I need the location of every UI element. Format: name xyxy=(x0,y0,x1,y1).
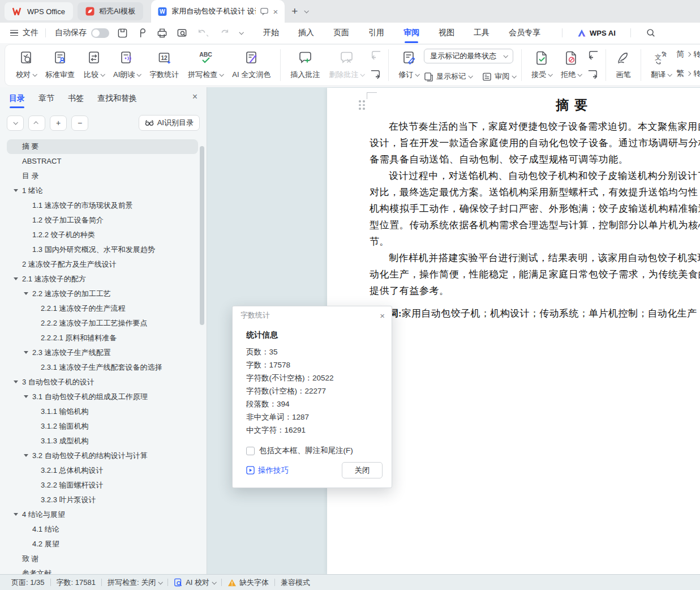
abstract-line[interactable]: 节。 xyxy=(370,233,700,250)
toc-item[interactable]: 致 谢 xyxy=(7,551,198,566)
zoom-out-toc-button[interactable]: − xyxy=(71,116,88,131)
collapse-arrow-icon[interactable] xyxy=(14,380,18,383)
next-revision-icon[interactable] xyxy=(587,69,599,79)
collapse-arrow-icon[interactable] xyxy=(24,395,28,398)
dialog-close-button[interactable]: 关闭 xyxy=(342,462,383,478)
undo-icon[interactable] xyxy=(196,28,209,38)
toc-item[interactable]: 2.2.1 速冻饺子的生产流程 xyxy=(7,301,198,316)
include-textboxes-checkbox[interactable] xyxy=(246,447,255,455)
redo-icon[interactable] xyxy=(218,28,230,38)
abstract-line[interactable]: 动化生产，操作简便，性能稳定，能满足家庭日常包饺子需求，为传统美食的自动化 xyxy=(370,266,700,283)
review-pane-button[interactable]: 审阅 xyxy=(482,71,516,82)
toc-item[interactable]: 4 结论与展望 xyxy=(7,507,198,522)
translate-button[interactable]: 文A 翻译 xyxy=(647,48,675,83)
missing-font-warning[interactable]: 缺失字体 xyxy=(222,578,274,588)
toc-item[interactable]: 2.3.1 速冻饺子生产线配套设备的选择 xyxy=(7,360,198,375)
dialog-close-icon[interactable]: × xyxy=(380,311,385,320)
abstract-line[interactable]: 备需具备自动送馅、自动包制、饺子成型规格可调等功能。 xyxy=(370,151,700,168)
comment-bubble-icon[interactable] xyxy=(260,7,268,15)
simplified-to-traditional-button[interactable]: 简 转繁 xyxy=(676,49,700,59)
traditional-to-simplified-button[interactable]: 繁 转简 xyxy=(676,69,700,79)
toc-item[interactable]: 3.2.1 总体机构设计 xyxy=(7,463,198,478)
toc-item[interactable]: 3.1 自动包饺子机的组成及工作原理 xyxy=(7,390,198,404)
toc-item[interactable]: 1.2 饺子加工设备简介 xyxy=(7,213,198,228)
menu-page[interactable]: 页面 xyxy=(333,28,349,38)
previous-comment-icon[interactable] xyxy=(370,50,381,60)
spell-check-status[interactable]: 拼写检查: 关闭 xyxy=(102,578,168,588)
sidebar-tab-bookmarks[interactable]: 书签 xyxy=(68,93,84,104)
sidebar-tab-chapters[interactable]: 章节 xyxy=(38,93,54,104)
show-markup-button[interactable]: 显示标记 xyxy=(424,71,472,82)
markup-state-dropdown[interactable]: 显示标记的最终状态 xyxy=(424,49,513,63)
zoom-in-toc-button[interactable]: + xyxy=(50,116,67,131)
next-comment-icon[interactable] xyxy=(370,69,381,79)
menu-member[interactable]: 会员专享 xyxy=(509,28,540,38)
tips-link[interactable]: 操作技巧 xyxy=(246,465,289,476)
insert-comment-button[interactable]: 插入批注 xyxy=(286,48,324,83)
new-tab-icon[interactable]: + xyxy=(291,5,298,18)
menu-reference[interactable]: 引用 xyxy=(368,28,384,38)
ai-polish-button[interactable]: AI 全文润色 xyxy=(228,48,274,83)
abstract-line[interactable]: 设计过程中，对送馅机构、自动包饺子机构和饺子皮输送机构分别设计了多种方案 xyxy=(370,168,700,184)
toc-item[interactable]: 1 绪论 xyxy=(7,183,198,198)
menu-view[interactable]: 视图 xyxy=(439,28,454,38)
print-preview-icon[interactable] xyxy=(177,28,187,39)
ink-brush-button[interactable]: 画笔 xyxy=(612,48,635,83)
compare-button[interactable]: 比较 xyxy=(80,48,108,83)
collapse-arrow-icon[interactable] xyxy=(24,292,28,295)
collapse-arrow-icon[interactable] xyxy=(14,189,18,192)
paragraph-drag-handle-icon[interactable] xyxy=(359,100,367,110)
abstract-line[interactable]: 设计，旨在开发一款适合家庭使用的自动化包饺子设备。通过市场调研与分析，明确设 xyxy=(370,135,700,151)
menu-start[interactable]: 开始 xyxy=(263,28,279,38)
keywords-line[interactable]: 关键词:家用自动包饺子机；机构设计；传动系统；单片机控制；自动化生产 xyxy=(370,307,700,320)
save-icon[interactable] xyxy=(117,28,128,39)
collapse-arrow-icon[interactable] xyxy=(14,513,18,516)
standard-review-button[interactable]: 标准审查 xyxy=(41,48,79,83)
menu-insert[interactable]: 插入 xyxy=(298,28,314,38)
accept-button[interactable]: 接受 xyxy=(527,48,556,83)
collapse-arrow-icon[interactable] xyxy=(24,454,28,457)
toc-item[interactable]: 3.1.1 输馅机构 xyxy=(7,404,198,419)
autosave-toggle[interactable] xyxy=(91,28,109,38)
abstract-line[interactable]: 机构模拟手工动作，确保饺子封口严密、外形饱满；饺子皮输送机构精准输送饺子皮到成 xyxy=(370,200,700,217)
quickbar-more-chevron-icon[interactable] xyxy=(239,30,243,35)
print-icon[interactable] xyxy=(157,28,168,39)
abstract-line[interactable]: 制作样机并搭建实验平台进行测试，结果表明，该家用自动包饺子机实现了全自 xyxy=(370,250,700,266)
expand-all-button[interactable] xyxy=(7,116,24,131)
toc-item[interactable]: 3.2.2 输面螺杆设计 xyxy=(7,478,198,493)
toc-item[interactable]: 4.1 结论 xyxy=(7,522,198,537)
abstract-line[interactable]: 提供了有益参考。 xyxy=(370,283,700,299)
sidebar-tab-find-replace[interactable]: 查找和替换 xyxy=(97,93,137,104)
toc-item[interactable]: 2.1 速冻饺子的配方 xyxy=(7,272,198,287)
toc-item[interactable]: 3.2 自动包饺子机的结构设计与计算 xyxy=(7,448,198,463)
previous-revision-icon[interactable] xyxy=(587,50,599,60)
toc-item[interactable]: 2.3 速冻饺子生产线配置 xyxy=(7,345,198,360)
toc-item[interactable]: 1.1 速冻饺子的市场现状及前景 xyxy=(7,198,198,213)
wps-home-tab[interactable]: WPS Office xyxy=(5,2,73,20)
toc-item[interactable]: 3 自动包饺子机的设计 xyxy=(7,375,198,390)
toc-item[interactable]: 摘 要 xyxy=(7,139,198,154)
close-document-icon[interactable]: × xyxy=(273,7,278,16)
toc-item[interactable]: 4.2 展望 xyxy=(7,537,198,551)
toc-item[interactable]: 2.2 速冻饺子的加工工艺 xyxy=(7,287,198,301)
main-menu-icon[interactable] xyxy=(10,28,18,38)
sidebar-close-icon[interactable]: × xyxy=(192,92,197,102)
collapse-arrow-icon[interactable] xyxy=(24,351,28,354)
reject-button[interactable]: 拒绝 xyxy=(557,48,585,83)
menu-tools[interactable]: 工具 xyxy=(474,28,489,38)
ai-proofread-status[interactable]: AI 校对 xyxy=(168,578,221,588)
toc-item[interactable]: 3.1.2 输面机构 xyxy=(7,419,198,434)
abstract-heading[interactable]: 摘 要 xyxy=(370,95,700,118)
ai-recognize-toc-button[interactable]: AI识别目录 xyxy=(139,115,200,131)
delete-comment-button[interactable]: 删除批注 xyxy=(325,48,368,83)
export-icon[interactable] xyxy=(137,28,148,39)
toc-item[interactable]: 目 录 xyxy=(7,169,198,183)
sidebar-scrollbar-thumb[interactable] xyxy=(200,146,204,325)
abstract-line[interactable]: 型位置。传动系统依据各机构需求合理选型与计算，控制部分以单片机为核心实现自动调 xyxy=(370,217,700,233)
word-count-button[interactable]: 12 字数统计 xyxy=(145,48,183,83)
toc-item[interactable]: 2.2.2 速冻饺子加工工艺操作要点 xyxy=(7,316,198,331)
sidebar-tab-contents[interactable]: 目录 xyxy=(9,93,25,104)
word-count-status[interactable]: 字数: 17581 xyxy=(51,578,101,588)
document-tab[interactable]: W 家用自动包饺子机设计 设计 × xyxy=(151,0,285,23)
toc-item[interactable]: 2 速冻饺子配方及生产线设计 xyxy=(7,257,198,272)
